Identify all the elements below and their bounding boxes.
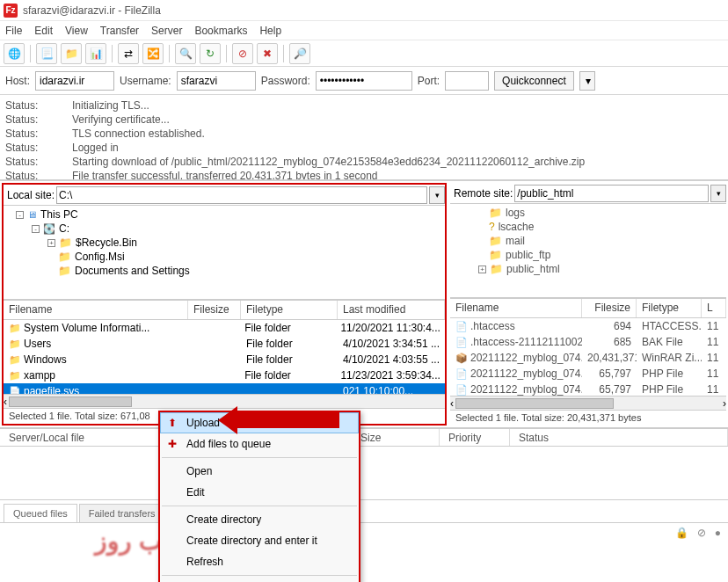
menu-bar: File Edit View Transfer Server Bookmarks… bbox=[0, 21, 728, 40]
toggle-queue-button[interactable]: 📊 bbox=[85, 43, 106, 64]
window-title: sfarazvi@idarazvi.ir - FileZilla bbox=[23, 4, 161, 17]
tab-queued[interactable]: Queued files bbox=[4, 504, 77, 522]
list-item: 📁UsersFile folder4/10/2021 3:34:51 ... bbox=[4, 336, 445, 352]
lock-icon: 🔒 bbox=[675, 527, 688, 539]
local-grid-header: Filename Filesize Filetype Last modified bbox=[4, 301, 445, 320]
col-filesize[interactable]: Filesize bbox=[582, 299, 637, 317]
list-item: 📄.htaccess-21112111002...685BAK File11 bbox=[450, 334, 726, 350]
remote-site-dropdown[interactable]: ▾ bbox=[710, 185, 726, 202]
local-tree[interactable]: -🖥This PC -💽C: +📁$Recycle.Bin 📁Config.Ms… bbox=[4, 206, 445, 301]
username-label: Username: bbox=[120, 75, 171, 87]
sync-browse-button[interactable]: ⇄ bbox=[118, 43, 139, 64]
folder-icon: 📁 bbox=[59, 236, 72, 250]
list-item: 📄20211122_myblog_074...65,797PHP File11 bbox=[450, 382, 726, 396]
list-item-selected: 📄pagefile.sys021 10:10:00... bbox=[4, 383, 445, 394]
cancel-button[interactable]: ⊘ bbox=[232, 43, 253, 64]
remote-site-label: Remote site: bbox=[454, 187, 513, 200]
list-item: 📁WindowsFile folder4/10/2021 4:03:55 ... bbox=[4, 352, 445, 367]
context-create-enter[interactable]: Create directory and enter it bbox=[160, 530, 359, 551]
context-create-dir[interactable]: Create directory bbox=[160, 509, 359, 530]
toolbar: 🌐 📃 📁 📊 ⇄ 🔀 🔍 ↻ ⊘ ✖ 🔎 bbox=[0, 40, 728, 67]
local-pane: Local site: ▾ -🖥This PC -💽C: +📁$Recycle.… bbox=[2, 183, 447, 426]
password-input[interactable] bbox=[316, 71, 412, 91]
menu-edit[interactable]: Edit bbox=[34, 25, 53, 37]
search-button[interactable]: 🔍 bbox=[175, 43, 196, 64]
disconnect-button[interactable]: ✖ bbox=[257, 43, 278, 64]
col-last[interactable]: L bbox=[702, 299, 726, 317]
menu-bookmarks[interactable]: Bookmarks bbox=[194, 25, 247, 37]
message-log: Status:Initializing TLS... Status:Verify… bbox=[0, 95, 728, 181]
drive-icon: 💽 bbox=[43, 222, 55, 236]
list-item: 📁System Volume Informati...File folder11… bbox=[4, 320, 445, 336]
quickconnect-bar: Host: Username: Password: Port: Quickcon… bbox=[0, 67, 728, 95]
tab-failed[interactable]: Failed transfers bbox=[79, 504, 165, 522]
port-input[interactable] bbox=[445, 71, 489, 91]
col-filename[interactable]: Filename bbox=[4, 301, 188, 319]
local-file-list[interactable]: 📁System Volume Informati...File folder11… bbox=[4, 320, 445, 394]
col-filesize[interactable]: Filesize bbox=[188, 301, 241, 319]
context-menu: ⬆ Upload ✚ Add files to queue Open Edit … bbox=[158, 411, 360, 582]
queue-empty-area bbox=[0, 447, 728, 499]
queue-header: Server/Local file Size Priority Status bbox=[0, 427, 728, 447]
remote-tree[interactable]: 📁logs ?lscache 📁mail 📁public_ftp +📁publi… bbox=[450, 204, 726, 299]
password-label: Password: bbox=[261, 75, 310, 87]
quickconnect-button[interactable]: Quickconnect bbox=[494, 71, 574, 91]
remote-pane: Remote site: ▾ 📁logs ?lscache 📁mail 📁pub… bbox=[450, 183, 726, 426]
callout-arrow bbox=[234, 412, 339, 428]
queue-icon: ⊘ bbox=[697, 527, 706, 539]
remote-selection-status: Selected 1 file. Total size: 20,431,371 … bbox=[450, 410, 726, 426]
menu-help[interactable]: Help bbox=[259, 25, 281, 37]
local-site-label: Local site: bbox=[7, 189, 55, 201]
compare-button[interactable]: 🔀 bbox=[142, 43, 164, 64]
local-site-dropdown[interactable]: ▾ bbox=[429, 186, 445, 204]
username-input[interactable] bbox=[177, 71, 256, 91]
site-manager-button[interactable]: 🌐 bbox=[4, 43, 25, 64]
menu-transfer[interactable]: Transfer bbox=[100, 25, 139, 37]
quickconnect-dropdown[interactable]: ▾ bbox=[579, 71, 595, 91]
local-site-input[interactable] bbox=[56, 186, 427, 204]
folder-icon: 📁 bbox=[58, 250, 71, 264]
remote-horizontal-scrollbar[interactable]: ‹› bbox=[450, 396, 726, 410]
col-modified[interactable]: Last modified bbox=[338, 301, 445, 319]
filter-button[interactable]: 🔎 bbox=[289, 43, 310, 64]
col-filetype[interactable]: Filetype bbox=[241, 301, 338, 319]
menu-server[interactable]: Server bbox=[151, 25, 182, 37]
context-open[interactable]: Open bbox=[160, 461, 359, 482]
list-item: 📄20211122_myblog_074...65,797PHP File11 bbox=[450, 366, 726, 382]
app-icon: Fz bbox=[4, 4, 18, 18]
remote-site-input[interactable] bbox=[514, 185, 709, 202]
list-item: 📄.htaccess694HTACCESS...11 bbox=[450, 318, 726, 334]
menu-view[interactable]: View bbox=[65, 25, 88, 37]
col-filetype[interactable]: Filetype bbox=[637, 299, 702, 317]
port-label: Port: bbox=[418, 75, 440, 87]
host-input[interactable] bbox=[35, 71, 114, 91]
toggle-log-button[interactable]: 📃 bbox=[36, 43, 57, 64]
refresh-button[interactable]: ↻ bbox=[200, 43, 221, 64]
list-item: 📦20211122_myblog_074...20,431,371WinRAR … bbox=[450, 350, 726, 366]
remote-grid-header: Filename Filesize Filetype L bbox=[450, 299, 726, 318]
queue-tabs: Queued files Failed transfers bbox=[0, 499, 728, 522]
host-label: Host: bbox=[5, 75, 30, 87]
folder-icon: 📁 bbox=[58, 264, 71, 278]
upload-icon: ⬆ bbox=[165, 417, 179, 429]
toggle-tree-button[interactable]: 📁 bbox=[61, 43, 82, 64]
queue-add-icon: ✚ bbox=[165, 438, 179, 450]
remote-file-list[interactable]: 📄.htaccess694HTACCESS...11 📄.htaccess-21… bbox=[450, 318, 726, 396]
list-item: 📁xamppFile folder11/23/2021 3:59:34... bbox=[4, 367, 445, 383]
context-edit[interactable]: Edit bbox=[160, 482, 359, 503]
context-refresh[interactable]: Refresh bbox=[160, 551, 359, 572]
computer-icon: 🖥 bbox=[27, 207, 37, 222]
context-add-queue[interactable]: ✚ Add files to queue bbox=[160, 433, 359, 455]
title-bar: Fz sfarazvi@idarazvi.ir - FileZilla bbox=[0, 0, 728, 21]
context-delete[interactable]: Delete bbox=[160, 578, 359, 582]
status-dot: ● bbox=[715, 527, 721, 539]
menu-file[interactable]: File bbox=[5, 25, 22, 37]
col-filename[interactable]: Filename bbox=[450, 299, 582, 317]
